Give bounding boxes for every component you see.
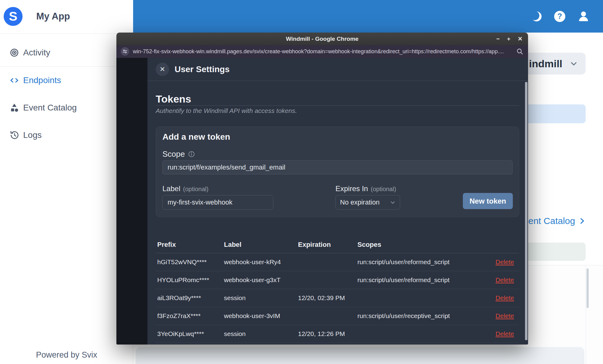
table-row: 3YeOiKpLwq**** session 12/20, 12:26 PM D… <box>156 325 519 343</box>
sidebar-item-activity[interactable]: Activity <box>0 39 133 66</box>
background-bottom-panel <box>136 347 584 364</box>
window-title: Windmill - Google Chrome <box>116 33 528 45</box>
workspace-dropdown[interactable]: indmill <box>518 53 586 75</box>
url-bar[interactable]: win-752-fix-svix-webhook-win.windmill.pa… <box>116 45 528 58</box>
maximize-button[interactable]: + <box>507 36 510 42</box>
modal-scrollbar[interactable] <box>525 82 527 340</box>
history-clock-icon <box>9 130 20 140</box>
workspace-name: indmill <box>529 58 562 70</box>
expires-text: Expires In <box>335 184 368 193</box>
close-icon: ✕ <box>160 65 165 73</box>
add-token-card: Add a new token Scope Label (optional) E… <box>156 127 519 217</box>
token-prefix: 3YeOiKpLwq**** <box>156 330 222 338</box>
token-scopes: run:script/u/user/reformed_script <box>356 276 487 284</box>
optional-text: (optional) <box>183 186 208 193</box>
user-icon[interactable] <box>577 10 590 23</box>
new-token-button[interactable]: New token <box>463 193 513 209</box>
token-label: webhook-user-3vIM <box>222 312 296 320</box>
header-icons: ? <box>530 0 590 33</box>
delete-token-link[interactable]: Delete <box>495 312 514 319</box>
powered-by-svix: Powered by Svix <box>0 350 133 360</box>
close-modal-button[interactable]: ✕ <box>156 63 169 76</box>
expiration-select[interactable]: No expiration <box>335 195 400 210</box>
table-row: aiL3ROat9y**** session 12/20, 02:39 PM D… <box>156 289 519 307</box>
tokens-table: Prefix Label Expiration Scopes hGiT52wVN… <box>156 236 519 343</box>
activity-target-icon <box>9 47 20 58</box>
scope-label: Scope <box>162 149 185 159</box>
dimmed-page-background <box>116 58 147 345</box>
divider <box>156 105 519 106</box>
zoom-search-icon[interactable] <box>516 47 524 55</box>
token-prefix: aiL3ROat9y**** <box>156 294 222 302</box>
sidebar-item-endpoints[interactable]: Endpoints <box>0 67 133 94</box>
label-text: Label <box>162 184 180 193</box>
divider <box>0 33 133 34</box>
code-brackets-icon <box>9 75 20 86</box>
table-row: HYOLuPRomc**** webhook-user-g3xT run:scr… <box>156 271 519 289</box>
help-glyph: ? <box>557 12 562 20</box>
label-field-label: Label (optional) <box>162 184 208 193</box>
sidebar-item-label: Event Catalog <box>23 103 77 113</box>
chevron-down-icon <box>569 59 578 68</box>
dark-mode-moon-icon[interactable] <box>530 10 543 23</box>
app-name: My App <box>36 11 70 22</box>
label-input[interactable] <box>162 195 273 210</box>
token-scopes: run:script/u/user/receptive_script <box>356 312 487 320</box>
browser-viewport: ✕ User Settings Tokens Authentify to the… <box>116 58 528 345</box>
token-prefix: hGiT52wVNQ**** <box>156 258 222 266</box>
divider <box>586 265 586 364</box>
add-token-title: Add a new token <box>162 132 230 142</box>
info-icon[interactable] <box>188 151 195 158</box>
scope-input[interactable] <box>162 160 513 174</box>
window-titlebar[interactable]: Windmill - Google Chrome − + ✕ <box>116 33 528 45</box>
token-label: webhook-user-kRy4 <box>222 258 296 266</box>
help-icon[interactable]: ? <box>554 10 566 23</box>
event-catalog-link[interactable]: ent Catalog <box>528 215 586 227</box>
sidebar: S My App Activity Endpoints Event Catalo… <box>0 0 133 364</box>
table-row: f3FzoZ7raX**** webhook-user-3vIM run:scr… <box>156 307 519 325</box>
optional-text: (optional) <box>371 186 396 193</box>
delete-token-link[interactable]: Delete <box>495 330 514 337</box>
chrome-window: Windmill - Google Chrome − + ✕ win-752-f… <box>116 33 528 345</box>
background-scrollbar[interactable] <box>587 268 589 308</box>
svg-text:S: S <box>9 9 17 23</box>
sidebar-item-label: Endpoints <box>23 75 61 85</box>
divider <box>147 81 528 81</box>
sidebar-item-logs[interactable]: Logs <box>0 121 133 149</box>
background-highlight-row-2 <box>518 243 586 261</box>
token-prefix: f3FzoZ7raX**** <box>156 312 222 320</box>
top-header-bar: ? <box>133 0 603 33</box>
scope-label-row: Scope <box>162 149 195 159</box>
background-highlight-row <box>518 104 586 123</box>
token-label: webhook-user-g3xT <box>222 276 296 284</box>
token-label: session <box>222 294 296 302</box>
chevron-down-icon <box>389 199 396 206</box>
sidebar-item-event-catalog[interactable]: Event Catalog <box>0 94 133 121</box>
col-header-expiration: Expiration <box>296 241 356 249</box>
col-header-scopes: Scopes <box>356 241 487 249</box>
shapes-icon <box>9 103 20 113</box>
sidebar-item-label: Activity <box>23 48 50 58</box>
window-controls: − + ✕ <box>496 33 523 45</box>
sidebar-item-label: Logs <box>23 130 42 140</box>
table-row: hGiT52wVNQ**** webhook-user-kRy4 run:scr… <box>156 253 519 271</box>
col-header-label: Label <box>222 241 296 249</box>
svix-logo-icon: S <box>4 7 23 26</box>
token-label: session <box>222 330 296 338</box>
catalog-link-text: ent Catalog <box>528 216 575 226</box>
token-scopes: run:script/u/user/reformed_script <box>356 258 487 266</box>
delete-token-link[interactable]: Delete <box>495 276 514 283</box>
token-expiration: 12/20, 02:39 PM <box>296 294 356 302</box>
url-text[interactable]: win-752-fix-svix-webhook-win.windmill.pa… <box>133 48 512 55</box>
tokens-section-subtitle: Authentify to the Windmill API with acce… <box>156 107 297 114</box>
minimize-button[interactable]: − <box>496 36 500 42</box>
delete-token-link[interactable]: Delete <box>495 258 514 265</box>
token-expiration: 12/20, 12:26 PM <box>296 330 356 338</box>
col-header-prefix: Prefix <box>156 241 222 249</box>
app-logo-row: S My App <box>0 0 133 33</box>
close-window-button[interactable]: ✕ <box>518 35 523 42</box>
expires-field-label: Expires In (optional) <box>335 184 396 193</box>
site-settings-icon[interactable] <box>121 47 129 56</box>
delete-token-link[interactable]: Delete <box>495 294 514 301</box>
token-prefix: HYOLuPRomc**** <box>156 276 222 284</box>
